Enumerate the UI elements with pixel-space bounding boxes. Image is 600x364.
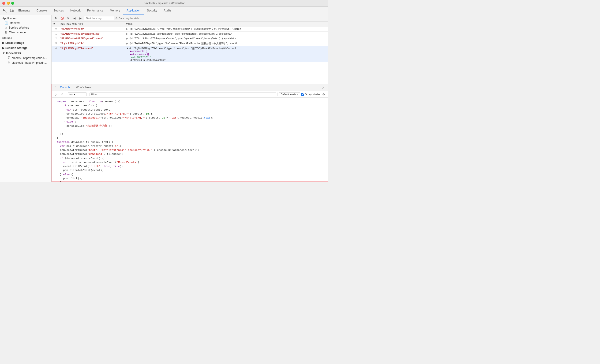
row-value-0: ▶ {id: "5ZAf1t3vNvxk8ZBP", type: "file",…	[124, 27, 328, 32]
console-filter-input[interactable]	[90, 92, 276, 96]
tab-console[interactable]: Console	[33, 7, 50, 15]
table-row-selected[interactable]: 4 "9oj8iuEGBbgrtZ8b/content" ▼ {id: "9oj…	[52, 46, 328, 62]
row-num-0: 0	[52, 27, 59, 32]
service-workers-icon: ⚙	[5, 26, 7, 29]
group-similar-checkbox[interactable]	[301, 93, 304, 96]
console-run-button[interactable]: ▷	[53, 92, 59, 97]
console-panel: ⠿ Console What's New ✕ ▷ ⊘ top ▾	[52, 84, 328, 182]
sidebar-item-service-workers[interactable]: ⚙ Service Workers	[0, 25, 51, 30]
console-settings-button[interactable]: ⚙	[321, 92, 326, 97]
more-tabs-button[interactable]: ⋮	[320, 8, 326, 14]
table-row[interactable]: 0 "5ZAf1t3vNvxk8ZBP" ▶ {id: "5ZAf1t3vNvx…	[52, 27, 328, 32]
tab-security[interactable]: Security	[144, 7, 160, 15]
console-content: request.onsuccess = function( event ) { …	[52, 98, 328, 182]
row-num-4: 4	[52, 46, 59, 62]
tab-audits[interactable]: Audits	[160, 7, 175, 15]
row-key-4: "9oj8iuEGBbgrtZ8b/content"	[59, 46, 124, 62]
row-key-0: "5ZAf1t3vNvxk8ZBP"	[59, 27, 124, 32]
indexeddb-expand-icon: ▼	[2, 52, 5, 55]
row-value-4: ▼ {id: "9oj8iuEGBbgrtZ8b/content", type:…	[124, 46, 328, 62]
sidebar-group-session-storage[interactable]: ▶ Session Storage	[0, 46, 51, 51]
minimize-button[interactable]	[7, 2, 10, 5]
maximize-button[interactable]	[11, 2, 14, 5]
idb-delete-button[interactable]: ✕	[66, 16, 71, 21]
col-value: Value	[124, 22, 328, 27]
application-section-title: Application	[0, 15, 51, 21]
idb-next-button[interactable]: ▶	[78, 16, 83, 21]
sidebar-item-service-workers-label: Service Workers	[9, 26, 29, 29]
content-panel: ↻ 🚫 ✕ ◀ ▶ ⚠ Data may be stale # Key (	[52, 15, 328, 182]
group-similar-text: Group similar	[305, 93, 320, 96]
storage-section-title: Storage	[0, 35, 51, 40]
close-button[interactable]	[2, 2, 5, 5]
tab-application[interactable]: Application	[123, 7, 144, 15]
chevron-down-icon: ▾	[74, 93, 75, 96]
svg-rect-2	[12, 10, 13, 12]
row-value-3: ▶ {id: "9oj8iuEGBbgrtZ8b", type: "file",…	[124, 41, 328, 46]
sidebar-item-objects-db[interactable]: 🗄 objects - https://mp.csdn.n...	[0, 56, 51, 60]
console-code-block: request.onsuccess = function( event ) { …	[52, 99, 328, 182]
row-num-2: 2	[52, 36, 59, 41]
col-key: Key (Key path: "id")	[59, 22, 124, 27]
row-key-2: "5ZAf1t3vNvxk8ZBP/syncedContent"	[59, 36, 124, 41]
sidebar-item-stackedit-db[interactable]: 🗄 stackedit - https://mp.csdn...	[0, 60, 51, 65]
tab-memory[interactable]: Memory	[107, 7, 123, 15]
console-tab-bar: ⠿ Console What's New ✕	[52, 84, 328, 91]
row-num-3: 3	[52, 41, 59, 46]
sidebar-item-clear-storage[interactable]: 🗑 Clear storage	[0, 30, 51, 35]
row-value-2: ▶ {id: "5ZAf1t3vNvxk8ZBP/syncedContent",…	[124, 36, 328, 41]
sidebar-item-indexeddb-label: IndexedDB	[6, 52, 21, 55]
chevron-down-icon-2: ▾	[297, 93, 299, 96]
inspect-element-button[interactable]	[2, 8, 9, 14]
sidebar-item-stackedit-label: stackedit - https://mp.csdn...	[12, 61, 47, 64]
idb-prev-button[interactable]: ◀	[72, 16, 77, 21]
sidebar-item-session-storage-label: Session Storage	[5, 46, 28, 50]
console-separator-3	[278, 92, 278, 96]
clear-storage-icon: 🗑	[5, 31, 8, 34]
console-context-label: top	[69, 93, 73, 96]
console-level-select[interactable]: Default levels ▾	[279, 92, 300, 96]
devtools-toolbar: Elements Console Sources Network Perform…	[0, 7, 328, 15]
idb-stale-message: ⚠ Data may be stale	[115, 17, 140, 20]
console-separator-2	[88, 92, 88, 96]
sidebar-item-clear-storage-label: Clear storage	[9, 31, 26, 34]
svg-rect-0	[3, 9, 5, 10]
traffic-lights	[2, 2, 14, 5]
row-key-3: "9oj8iuEGBbgrtZ8b"	[59, 41, 124, 46]
table-row[interactable]: 1 "5ZAf1t3vNvxk8ZBP/contentState" ▶ {id:…	[52, 32, 328, 36]
console-stop-button[interactable]: ⊘	[59, 92, 65, 97]
tab-bar: Elements Console Sources Network Perform…	[15, 7, 320, 15]
window-title: DevTools - mp.csdn.net/mdeditor	[143, 2, 184, 5]
db-icon-1: 🗄	[8, 56, 10, 60]
console-tab-console[interactable]: Console	[57, 84, 73, 91]
tab-elements[interactable]: Elements	[15, 7, 33, 15]
console-level-label: Default levels	[281, 93, 296, 96]
idb-refresh-button[interactable]: ↻	[53, 16, 59, 21]
session-storage-expand-icon: ▶	[2, 46, 4, 50]
group-similar-label[interactable]: Group similar	[301, 93, 320, 96]
tab-sources[interactable]: Sources	[50, 7, 67, 15]
console-tab-whats-new[interactable]: What's New	[73, 84, 94, 91]
row-key-1: "5ZAf1t3vNvxk8ZBP/contentState"	[59, 32, 124, 36]
console-drag-handle[interactable]: ⠿	[54, 86, 57, 89]
col-num: #	[52, 22, 59, 27]
row-num-1: 1	[52, 32, 59, 36]
console-toolbar: ▷ ⊘ top ▾ Default levels ▾	[52, 91, 328, 98]
console-context-select[interactable]: top ▾	[68, 92, 86, 96]
console-close-button[interactable]: ✕	[321, 85, 326, 90]
tab-network[interactable]: Network	[67, 7, 84, 15]
idb-toolbar: ↻ 🚫 ✕ ◀ ▶ ⚠ Data may be stale	[52, 15, 328, 22]
device-toolbar-button[interactable]	[9, 8, 15, 14]
row-value-1: ▶ {id: "5ZAf1t3vNvxk8ZBP/contentState", …	[124, 32, 328, 36]
idb-clear-button[interactable]: 🚫	[59, 16, 65, 21]
console-separator	[66, 92, 66, 96]
sidebar-item-manifest-label: Manifest	[9, 21, 20, 25]
table-row[interactable]: 3 "9oj8iuEGBbgrtZ8b" ▶ {id: "9oj8iuEGBbg…	[52, 41, 328, 46]
sidebar-group-local-storage[interactable]: ▶ Local Storage	[0, 40, 51, 46]
sidebar-group-indexeddb[interactable]: ▼ IndexedDB	[0, 51, 51, 56]
sidebar-item-manifest[interactable]: 📄 Manifest	[0, 21, 51, 25]
idb-start-key-input[interactable]	[84, 16, 114, 20]
table-row[interactable]: 2 "5ZAf1t3vNvxk8ZBP/syncedContent" ▶ {id…	[52, 36, 328, 41]
tab-performance[interactable]: Performance	[84, 7, 107, 15]
title-bar: DevTools - mp.csdn.net/mdeditor	[0, 0, 328, 7]
